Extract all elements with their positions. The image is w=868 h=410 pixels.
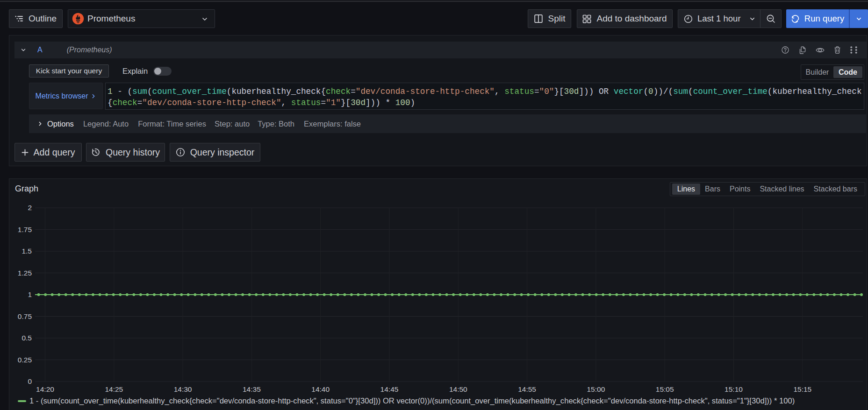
svg-text:0.5: 0.5	[22, 334, 32, 342]
svg-text:14:50: 14:50	[449, 385, 467, 393]
svg-text:1.75: 1.75	[18, 226, 32, 233]
svg-text:0.75: 0.75	[18, 312, 32, 320]
svg-text:15:10: 15:10	[725, 385, 743, 393]
svg-text:14:25: 14:25	[105, 385, 123, 393]
svg-text:0.25: 0.25	[18, 356, 32, 364]
svg-text:0: 0	[28, 377, 32, 385]
svg-text:15:00: 15:00	[587, 385, 605, 393]
svg-text:15:05: 15:05	[656, 385, 674, 393]
svg-text:1.5: 1.5	[22, 247, 32, 255]
svg-text:14:35: 14:35	[243, 385, 261, 393]
svg-text:1: 1	[28, 290, 32, 298]
svg-text:15:15: 15:15	[793, 385, 811, 393]
svg-text:1.25: 1.25	[18, 269, 32, 277]
svg-text:14:45: 14:45	[380, 385, 399, 393]
svg-text:14:40: 14:40	[311, 385, 330, 393]
svg-text:2: 2	[28, 204, 32, 212]
svg-text:14:55: 14:55	[518, 385, 536, 393]
svg-text:14:30: 14:30	[174, 385, 192, 393]
svg-text:14:20: 14:20	[36, 385, 54, 393]
